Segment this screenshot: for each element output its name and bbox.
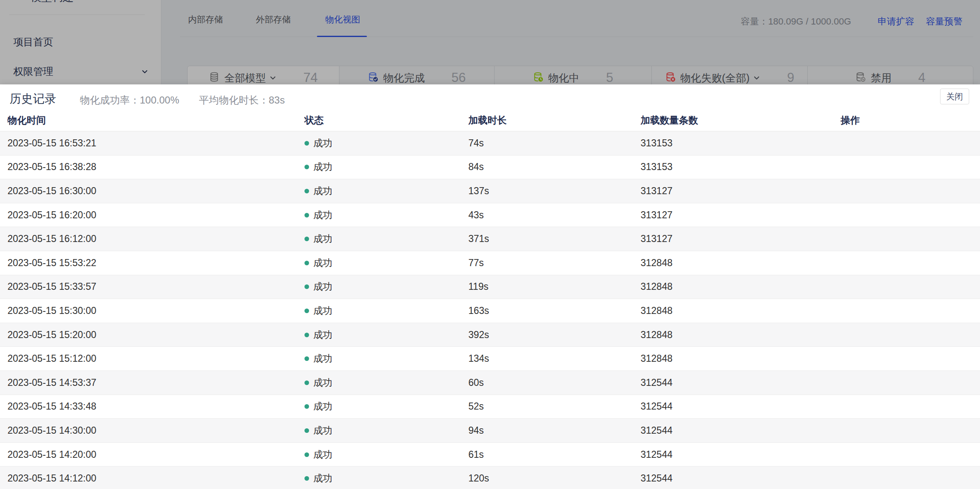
status-text: 成功 [313,161,332,173]
close-button[interactable]: 关闭 [940,89,969,104]
cell-count: 312544 [641,395,673,419]
cell-status: 成功 [304,419,332,442]
cell-duration: 52s [468,395,484,419]
status-text: 成功 [313,424,332,437]
table-row[interactable]: 2023-05-15 16:20:00 成功 43s 313127 [0,203,980,227]
cell-time: 2023-05-15 14:53:37 [7,371,97,395]
cell-duration: 120s [468,467,489,489]
cell-time: 2023-05-15 16:20:00 [7,203,97,227]
success-dot-icon [304,189,309,193]
table-row[interactable]: 2023-05-15 14:33:48 成功 52s 312544 [0,395,980,419]
cell-time: 2023-05-15 15:53:22 [7,251,97,275]
cell-duration: 84s [468,156,484,179]
status-text: 成功 [313,185,332,198]
success-dot-icon [304,428,309,433]
column-header-duration: 加载时长 [468,109,507,131]
table-row[interactable]: 2023-05-15 15:30:00 成功 163s 312848 [0,299,980,323]
table-row[interactable]: 2023-05-15 14:53:37 成功 60s 312544 [0,371,980,395]
success-dot-icon [304,356,309,361]
success-dot-icon [304,380,309,385]
status-text: 成功 [313,232,332,245]
table-row[interactable]: 2023-05-15 16:30:00 成功 137s 313127 [0,179,980,203]
table-row[interactable]: 2023-05-15 16:38:28 成功 84s 313153 [0,156,980,180]
status-text: 成功 [313,376,332,389]
cell-status: 成功 [304,371,332,395]
cell-status: 成功 [304,299,332,323]
success-dot-icon [304,284,309,289]
status-text: 成功 [313,328,332,341]
cell-status: 成功 [304,131,332,155]
history-panel: 历史记录 物化成功率：100.00% 平均物化时长：83s 关闭 物化时间 状态… [0,84,980,489]
cell-time: 2023-05-15 16:30:00 [7,179,97,203]
cell-duration: 74s [468,131,484,155]
cell-time: 2023-05-15 14:33:48 [7,395,97,419]
status-text: 成功 [313,472,332,485]
status-text: 成功 [313,257,332,269]
cell-count: 312848 [641,251,673,275]
success-rate-metric: 物化成功率：100.00% [80,94,179,107]
table-row[interactable]: 2023-05-15 15:33:57 成功 119s 312848 [0,275,980,299]
table-body: 2023-05-15 16:53:21 成功 74s 313153 2023-0… [0,131,980,489]
cell-status: 成功 [304,251,332,275]
storage-management-page: 模型构建 项目首页 权限管理 内部存储 外部存储 物化视图 容量：180.09G… [0,0,980,489]
cell-time: 2023-05-15 15:20:00 [7,323,97,347]
column-header-time: 物化时间 [7,109,46,131]
table-row[interactable]: 2023-05-15 15:12:00 成功 134s 312848 [0,347,980,371]
column-header-count: 加载数量条数 [641,109,698,131]
cell-time: 2023-05-15 16:53:21 [7,131,97,155]
success-dot-icon [304,213,309,217]
cell-count: 312848 [641,275,673,299]
cell-count: 312544 [641,443,673,467]
cell-count: 312848 [641,299,673,323]
cell-duration: 392s [468,323,489,347]
cell-duration: 94s [468,419,484,442]
status-text: 成功 [313,137,332,150]
cell-time: 2023-05-15 14:30:00 [7,419,97,442]
cell-duration: 119s [468,275,488,299]
cell-duration: 61s [468,443,484,467]
metric-label: 平均物化时长： [199,94,269,106]
cell-count: 313127 [641,179,673,203]
metric-value: 83s [269,94,285,106]
table-row[interactable]: 2023-05-15 14:12:00 成功 120s 312544 [0,467,980,489]
cell-duration: 77s [468,251,484,275]
table-row[interactable]: 2023-05-15 15:20:00 成功 392s 312848 [0,323,980,347]
cell-status: 成功 [304,347,332,370]
cell-status: 成功 [304,323,332,347]
panel-title: 历史记录 [10,91,56,107]
success-dot-icon [304,333,309,337]
cell-count: 313153 [641,131,673,155]
history-panel-header: 历史记录 物化成功率：100.00% 平均物化时长：83s 关闭 [0,84,980,109]
cell-duration: 60s [468,371,484,395]
cell-time: 2023-05-15 16:12:00 [7,227,97,251]
metric-label: 物化成功率： [80,94,140,106]
cell-count: 312544 [641,371,673,395]
table-row[interactable]: 2023-05-15 14:20:00 成功 61s 312544 [0,443,980,467]
cell-status: 成功 [304,467,332,489]
success-dot-icon [304,452,309,457]
success-dot-icon [304,165,309,169]
cell-status: 成功 [304,443,332,467]
table-row[interactable]: 2023-05-15 14:30:00 成功 94s 312544 [0,419,980,443]
table-row[interactable]: 2023-05-15 15:53:22 成功 77s 312848 [0,251,980,275]
avg-duration-metric: 平均物化时长：83s [199,94,285,107]
cell-status: 成功 [304,156,332,179]
table-row[interactable]: 2023-05-15 16:53:21 成功 74s 313153 [0,131,980,156]
status-text: 成功 [313,400,332,413]
cell-duration: 134s [468,347,489,370]
cell-count: 312544 [641,419,673,442]
cell-status: 成功 [304,203,332,227]
cell-time: 2023-05-15 15:12:00 [7,347,97,370]
table-header: 物化时间 状态 加载时长 加载数量条数 操作 [0,109,980,131]
cell-time: 2023-05-15 14:12:00 [7,467,97,489]
status-text: 成功 [313,352,332,365]
success-dot-icon [304,476,309,481]
cell-duration: 163s [468,299,489,323]
table-row[interactable]: 2023-05-15 16:12:00 成功 371s 313127 [0,227,980,251]
cell-duration: 43s [468,203,484,227]
cell-count: 312848 [641,347,673,370]
success-dot-icon [304,309,309,313]
cell-count: 312848 [641,323,673,347]
column-header-operation: 操作 [841,109,860,131]
cell-time: 2023-05-15 15:30:00 [7,299,97,323]
